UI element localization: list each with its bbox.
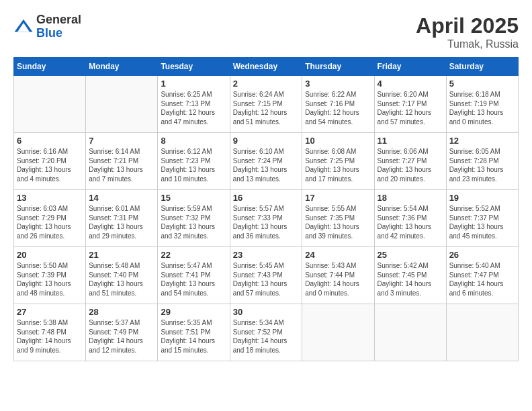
title-block: April 2025 Tumak, Russia	[416, 13, 519, 50]
calendar-cell: 24Sunrise: 5:43 AM Sunset: 7:44 PM Dayli…	[302, 247, 374, 304]
day-info: Sunrise: 5:45 AM Sunset: 7:43 PM Dayligh…	[233, 261, 300, 298]
calendar-table: SundayMondayTuesdayWednesdayThursdayFrid…	[13, 57, 519, 361]
day-info: Sunrise: 5:40 AM Sunset: 7:47 PM Dayligh…	[449, 261, 515, 298]
week-row-5: 27Sunrise: 5:38 AM Sunset: 7:48 PM Dayli…	[14, 304, 519, 361]
day-number: 11	[378, 136, 443, 146]
calendar-cell: 3Sunrise: 6:22 AM Sunset: 7:16 PM Daylig…	[302, 76, 374, 133]
day-number: 1	[161, 79, 226, 89]
logo: General Blue	[13, 13, 81, 40]
day-info: Sunrise: 5:55 AM Sunset: 7:35 PM Dayligh…	[305, 204, 371, 240]
day-number: 14	[89, 193, 154, 203]
day-info: Sunrise: 6:14 AM Sunset: 7:21 PM Dayligh…	[89, 147, 154, 183]
day-info: Sunrise: 5:38 AM Sunset: 7:48 PM Dayligh…	[17, 318, 83, 355]
logo-general: General	[36, 13, 81, 27]
day-number: 17	[305, 193, 371, 203]
location: Tumak, Russia	[416, 38, 519, 50]
day-info: Sunrise: 6:03 AM Sunset: 7:29 PM Dayligh…	[17, 204, 83, 240]
calendar-cell: 9Sunrise: 6:10 AM Sunset: 7:24 PM Daylig…	[230, 133, 302, 190]
calendar-cell: 7Sunrise: 6:14 AM Sunset: 7:21 PM Daylig…	[86, 133, 158, 190]
day-number: 8	[161, 136, 226, 146]
calendar-cell: 1Sunrise: 6:25 AM Sunset: 7:13 PM Daylig…	[158, 76, 230, 133]
calendar-cell	[374, 304, 446, 361]
day-info: Sunrise: 5:47 AM Sunset: 7:41 PM Dayligh…	[161, 261, 226, 298]
calendar-header-row: SundayMondayTuesdayWednesdayThursdayFrid…	[14, 58, 519, 76]
day-info: Sunrise: 6:05 AM Sunset: 7:28 PM Dayligh…	[449, 147, 515, 183]
calendar-cell: 19Sunrise: 5:52 AM Sunset: 7:37 PM Dayli…	[446, 190, 518, 247]
day-info: Sunrise: 6:25 AM Sunset: 7:13 PM Dayligh…	[161, 90, 226, 126]
calendar-header-thursday: Thursday	[302, 58, 374, 76]
day-info: Sunrise: 5:35 AM Sunset: 7:51 PM Dayligh…	[161, 318, 226, 355]
day-number: 9	[233, 136, 300, 146]
day-info: Sunrise: 5:50 AM Sunset: 7:39 PM Dayligh…	[17, 261, 83, 298]
calendar-cell: 28Sunrise: 5:37 AM Sunset: 7:49 PM Dayli…	[86, 304, 158, 361]
day-number: 28	[89, 307, 154, 317]
calendar-header-wednesday: Wednesday	[230, 58, 302, 76]
day-number: 26	[449, 250, 515, 260]
week-row-1: 1Sunrise: 6:25 AM Sunset: 7:13 PM Daylig…	[14, 76, 519, 133]
calendar-cell: 25Sunrise: 5:42 AM Sunset: 7:45 PM Dayli…	[374, 247, 446, 304]
day-number: 12	[449, 136, 515, 146]
calendar-cell: 18Sunrise: 5:54 AM Sunset: 7:36 PM Dayli…	[374, 190, 446, 247]
month-title: April 2025	[416, 13, 519, 38]
calendar-cell: 2Sunrise: 6:24 AM Sunset: 7:15 PM Daylig…	[230, 76, 302, 133]
calendar-cell: 16Sunrise: 5:57 AM Sunset: 7:33 PM Dayli…	[230, 190, 302, 247]
day-number: 25	[378, 250, 443, 260]
day-number: 19	[449, 193, 515, 203]
day-number: 3	[305, 79, 371, 89]
day-number: 29	[161, 307, 226, 317]
day-info: Sunrise: 5:59 AM Sunset: 7:32 PM Dayligh…	[161, 204, 226, 240]
calendar-cell: 12Sunrise: 6:05 AM Sunset: 7:28 PM Dayli…	[446, 133, 518, 190]
calendar-cell: 11Sunrise: 6:06 AM Sunset: 7:27 PM Dayli…	[374, 133, 446, 190]
day-info: Sunrise: 6:01 AM Sunset: 7:31 PM Dayligh…	[89, 204, 154, 240]
week-row-4: 20Sunrise: 5:50 AM Sunset: 7:39 PM Dayli…	[14, 247, 519, 304]
calendar-cell: 6Sunrise: 6:16 AM Sunset: 7:20 PM Daylig…	[14, 133, 86, 190]
day-info: Sunrise: 5:43 AM Sunset: 7:44 PM Dayligh…	[305, 261, 371, 298]
day-info: Sunrise: 6:20 AM Sunset: 7:17 PM Dayligh…	[378, 90, 443, 126]
day-number: 7	[89, 136, 154, 146]
calendar-cell: 22Sunrise: 5:47 AM Sunset: 7:41 PM Dayli…	[158, 247, 230, 304]
calendar-cell: 17Sunrise: 5:55 AM Sunset: 7:35 PM Dayli…	[302, 190, 374, 247]
calendar-cell: 29Sunrise: 5:35 AM Sunset: 7:51 PM Dayli…	[158, 304, 230, 361]
day-number: 30	[233, 307, 300, 317]
calendar-cell: 21Sunrise: 5:48 AM Sunset: 7:40 PM Dayli…	[86, 247, 158, 304]
day-number: 4	[378, 79, 443, 89]
logo-icon	[13, 17, 34, 37]
calendar-header-saturday: Saturday	[446, 58, 518, 76]
day-info: Sunrise: 6:08 AM Sunset: 7:25 PM Dayligh…	[305, 147, 371, 183]
day-info: Sunrise: 6:18 AM Sunset: 7:19 PM Dayligh…	[449, 90, 515, 126]
day-info: Sunrise: 5:57 AM Sunset: 7:33 PM Dayligh…	[233, 204, 300, 240]
day-number: 18	[378, 193, 443, 203]
logo-blue: Blue	[36, 27, 81, 40]
day-info: Sunrise: 6:16 AM Sunset: 7:20 PM Dayligh…	[17, 147, 83, 183]
day-info: Sunrise: 5:54 AM Sunset: 7:36 PM Dayligh…	[378, 204, 443, 240]
day-info: Sunrise: 6:24 AM Sunset: 7:15 PM Dayligh…	[233, 90, 300, 126]
calendar-cell: 4Sunrise: 6:20 AM Sunset: 7:17 PM Daylig…	[374, 76, 446, 133]
calendar-cell: 14Sunrise: 6:01 AM Sunset: 7:31 PM Dayli…	[86, 190, 158, 247]
day-info: Sunrise: 6:12 AM Sunset: 7:23 PM Dayligh…	[161, 147, 226, 183]
page-header: General Blue April 2025 Tumak, Russia	[13, 13, 519, 50]
calendar-cell	[302, 304, 374, 361]
day-number: 6	[17, 136, 83, 146]
day-number: 24	[305, 250, 371, 260]
calendar-header-monday: Monday	[86, 58, 158, 76]
day-number: 27	[17, 307, 83, 317]
day-number: 10	[305, 136, 371, 146]
day-number: 22	[161, 250, 226, 260]
week-row-3: 13Sunrise: 6:03 AM Sunset: 7:29 PM Dayli…	[14, 190, 519, 247]
day-number: 23	[233, 250, 300, 260]
week-row-2: 6Sunrise: 6:16 AM Sunset: 7:20 PM Daylig…	[14, 133, 519, 190]
calendar-header-friday: Friday	[374, 58, 446, 76]
calendar-header-tuesday: Tuesday	[158, 58, 230, 76]
day-info: Sunrise: 5:34 AM Sunset: 7:52 PM Dayligh…	[233, 318, 300, 355]
calendar-cell: 20Sunrise: 5:50 AM Sunset: 7:39 PM Dayli…	[14, 247, 86, 304]
day-number: 21	[89, 250, 154, 260]
day-number: 13	[17, 193, 83, 203]
calendar-cell: 15Sunrise: 5:59 AM Sunset: 7:32 PM Dayli…	[158, 190, 230, 247]
day-info: Sunrise: 6:22 AM Sunset: 7:16 PM Dayligh…	[305, 90, 371, 126]
calendar-cell: 30Sunrise: 5:34 AM Sunset: 7:52 PM Dayli…	[230, 304, 302, 361]
day-info: Sunrise: 5:52 AM Sunset: 7:37 PM Dayligh…	[449, 204, 515, 240]
calendar-cell	[86, 76, 158, 133]
day-info: Sunrise: 5:48 AM Sunset: 7:40 PM Dayligh…	[89, 261, 154, 298]
calendar-cell: 26Sunrise: 5:40 AM Sunset: 7:47 PM Dayli…	[446, 247, 518, 304]
calendar-cell	[446, 304, 518, 361]
